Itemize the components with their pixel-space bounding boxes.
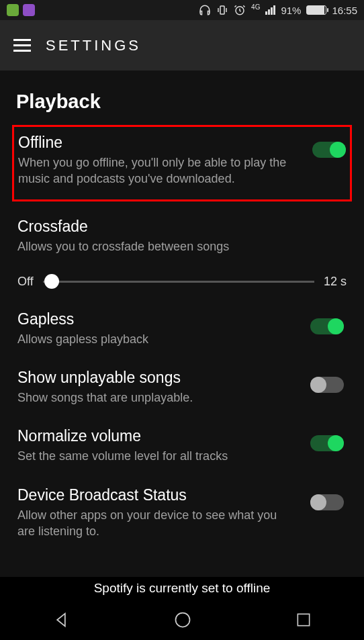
toggle-broadcast[interactable]	[310, 494, 344, 510]
setting-crossfade-desc: Allows you to crossfade between songs	[17, 238, 330, 255]
svg-rect-0	[220, 6, 224, 14]
signal-icon	[265, 5, 275, 15]
svg-rect-3	[298, 614, 310, 625]
setting-gapless-desc: Allows gapless playback	[17, 331, 297, 347]
setting-gapless-label: Gapless	[17, 310, 297, 328]
page-title: SETTINGS	[46, 37, 141, 54]
crossfade-min-label: Off	[17, 275, 34, 289]
settings-content: Playback Offline When you go offline, yo…	[0, 71, 364, 594]
crossfade-slider-thumb[interactable]	[44, 274, 59, 289]
system-navbar	[0, 602, 364, 640]
setting-crossfade-label: Crossfade	[17, 218, 330, 236]
setting-normalize-desc: Set the same volume level for all tracks	[17, 448, 297, 464]
toggle-normalize[interactable]	[310, 435, 344, 451]
setting-offline-label: Offline	[18, 134, 299, 152]
setting-broadcast-desc: Allow other apps on your device to see w…	[17, 507, 297, 540]
toggle-unplayable[interactable]	[310, 377, 344, 393]
setting-crossfade[interactable]: Crossfade Allows you to crossfade betwee…	[16, 207, 348, 265]
setting-normalize[interactable]: Normalize volume Set the same volume lev…	[16, 416, 348, 475]
svg-point-2	[175, 613, 189, 627]
nav-home-icon[interactable]	[173, 610, 192, 632]
menu-icon[interactable]	[13, 39, 31, 52]
network-type-label: 4G	[251, 3, 260, 11]
setting-unplayable-desc: Show songs that are unplayable.	[17, 390, 297, 406]
toggle-gapless[interactable]	[310, 318, 344, 334]
setting-unplayable[interactable]: Show unplayable songs Show songs that ar…	[16, 358, 348, 416]
setting-broadcast-label: Device Broadcast Status	[17, 486, 297, 504]
status-bar: 4G 91% 16:55	[0, 0, 364, 20]
setting-normalize-label: Normalize volume	[17, 427, 297, 445]
notification-app-icon-1	[7, 4, 19, 16]
nav-back-icon[interactable]	[52, 610, 71, 632]
notification-app-icon-2	[23, 4, 35, 16]
battery-icon	[306, 5, 326, 15]
section-header-playback: Playback	[16, 91, 348, 113]
setting-offline[interactable]: Offline When you go offline, you'll only…	[12, 125, 352, 201]
setting-broadcast[interactable]: Device Broadcast Status Allow other apps…	[16, 475, 348, 551]
offline-banner: Spotify is currently set to offline	[0, 577, 364, 600]
crossfade-slider[interactable]	[43, 281, 314, 283]
crossfade-slider-row: Off 12 s	[16, 268, 348, 294]
crossfade-max-label: 12 s	[324, 275, 347, 289]
toggle-offline[interactable]	[312, 142, 346, 158]
battery-percent: 91%	[281, 5, 301, 16]
clock-time: 16:55	[332, 5, 357, 16]
headphones-icon	[199, 4, 211, 16]
nav-recent-icon[interactable]	[295, 611, 312, 631]
setting-offline-desc: When you go offline, you'll only be able…	[18, 154, 299, 187]
app-toolbar: SETTINGS	[0, 20, 364, 71]
setting-unplayable-label: Show unplayable songs	[17, 369, 297, 387]
vibrate-icon	[216, 4, 228, 16]
alarm-icon	[234, 4, 246, 16]
setting-gapless[interactable]: Gapless Allows gapless playback	[16, 300, 348, 358]
